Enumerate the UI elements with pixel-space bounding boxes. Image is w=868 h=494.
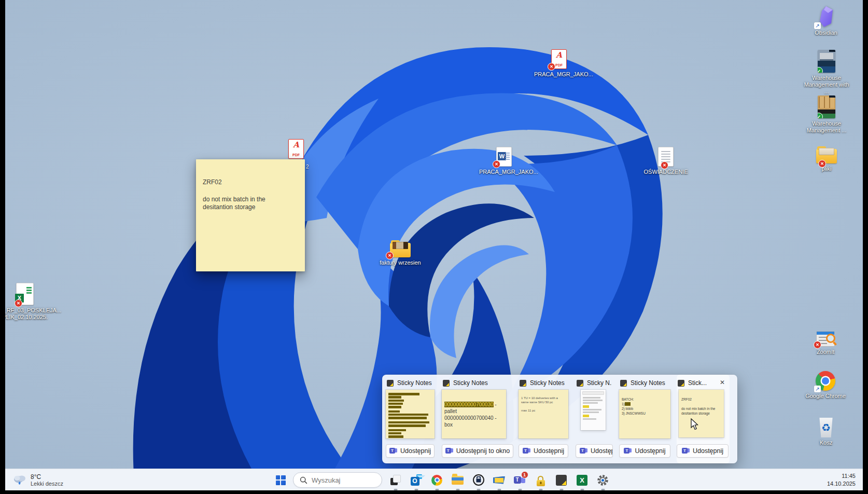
preview-card-4: Sticky N... T Udostępn [576, 375, 613, 463]
icon-label: WarehouseManagement with ... [803, 75, 850, 95]
outlook-icon: O [411, 474, 422, 486]
share-button-4[interactable]: T Udostępn [576, 444, 613, 458]
taskbar-app-keepass[interactable] [534, 474, 547, 487]
desktop-icon-oswiadczenie[interactable]: ✕ OŚWIADCZENIE [642, 146, 689, 175]
clock-time: 11:45 [842, 472, 856, 480]
icon-label: Google Chrome [805, 393, 846, 400]
sync-error-icon: ✕ [493, 160, 500, 168]
windows-logo-icon [276, 475, 286, 485]
window-thumbnail-5[interactable]: BATCH: 1) 2) bbbb 3) JNSCWWSU [619, 390, 670, 438]
window-thumbnail-1[interactable] [386, 390, 435, 438]
desktop-icon-warehouse-2[interactable]: ✓ WarehouseManagement ... [803, 94, 850, 134]
share-button-6[interactable]: T Udostępnij [677, 444, 729, 458]
sticky-notes-icon [577, 380, 583, 387]
rain-cloud-icon [12, 474, 27, 486]
window-thumbnail-4[interactable] [581, 390, 606, 430]
padlock-icon [537, 476, 545, 486]
taskbar-app-wms[interactable] [493, 474, 506, 487]
wms-flag-icon [493, 476, 505, 484]
taskbar-app-excel[interactable]: X [576, 474, 589, 487]
shortcut-arrow-icon: ↗ [814, 22, 821, 29]
preview-card-6: Stick... ✕ ZRF02 do not mix batch in the… [677, 375, 730, 463]
weather-condition: Lekki deszcz [31, 481, 63, 487]
hidden-icon-label-fragment: 2 [306, 164, 309, 170]
desktop-icon-praca-pdf[interactable]: APDF✕ PRACA_MGR_JAKO... [536, 48, 582, 78]
share-button-5[interactable]: T Udostępnij [619, 444, 670, 458]
window-thumbnail-6[interactable]: ZRF02 do not mix batch in the desitantio… [679, 390, 724, 437]
teams-icon: T [389, 447, 397, 455]
mouse-cursor [691, 418, 699, 431]
desktop-icon-faktury[interactable]: ✕ faktury wrzesien [377, 237, 424, 266]
taskbar-app-settings[interactable] [596, 474, 609, 487]
taskbar: 8°C Lekki deszcz O [5, 469, 863, 490]
note-body-text[interactable]: do not mix batch in the desitantion stor… [203, 196, 295, 211]
desktop-icon-pliki[interactable]: ✕ pliki [803, 143, 850, 172]
sync-error-icon: ✕ [548, 63, 555, 71]
search-input[interactable] [312, 476, 369, 484]
desktop-icon-warehouse-1[interactable]: ✓ WarehouseManagement with ... [803, 49, 850, 95]
share-button-1[interactable]: T Udostępnij [386, 444, 435, 458]
taskbar-app-chrome[interactable] [430, 474, 443, 487]
preview-card-5: Sticky Notes BATCH: 1) 2) bbbb 3) JNSCWW… [619, 375, 671, 463]
preview-card-2: Sticky Notes 00000000000700030 - pallet … [442, 375, 513, 463]
sticky-note-window[interactable]: ZRF02 do not mix batch in the desitantio… [196, 159, 305, 271]
weather-temp: 8°C [31, 473, 63, 481]
sync-error-icon: ✕ [15, 299, 22, 307]
sticky-notes-icon [443, 380, 450, 387]
sticky-notes-icon [387, 380, 394, 387]
gear-icon [597, 474, 609, 486]
sticky-notes-icon [678, 380, 684, 387]
clock-widget[interactable]: 11:45 14.10.2025 [824, 469, 859, 490]
sync-error-icon: ✕ [818, 160, 826, 168]
search-icon [300, 476, 307, 484]
search-box[interactable] [293, 472, 382, 488]
icon-label: OŚWIADCZENIE [644, 169, 688, 175]
clock-date: 14.10.2025 [827, 480, 856, 488]
icon-label: PRACA_MGR_JAKO... [534, 71, 584, 78]
teams-icon: T 1 [514, 474, 526, 486]
desktop-icon-zrf-excel[interactable]: X✕ Z_RF_03_POSKLEJA...PLIK_02.10.2025. [5, 282, 48, 321]
desktop-icon-hidden-pdf[interactable]: APDF [288, 139, 304, 159]
desktop-icon-chrome[interactable]: ↗ Google Chrome [802, 370, 849, 400]
icon-label: PRACA_MGR_JAKO... [479, 169, 529, 175]
window-thumbnail-3[interactable]: 1 TU = 10 deliveries with a same same SK… [519, 390, 568, 438]
share-button-3[interactable]: T Udostępnij [519, 444, 568, 458]
note-code-text[interactable]: ZRF02 [203, 179, 222, 186]
desktop-icon-zoomit[interactable]: ✕ ZoomIt [802, 326, 849, 355]
sticky-notes-icon [520, 380, 526, 387]
sync-ok-icon: ✓ [818, 67, 823, 73]
sticky-notes-preview-flyout: Sticky Notes T Udostępnij Sticky Notes 0… [382, 375, 737, 463]
sync-ok-icon: ✓ [818, 113, 823, 118]
teams-icon: T [445, 447, 453, 455]
icon-label: faktury wrzesien [380, 259, 421, 266]
desktop: APDF 2 APDF✕ PRACA_MGR_JAKO... W✕ PRACA_… [5, 0, 863, 490]
taskbar-app-layers[interactable] [389, 474, 402, 487]
desktop-icon-praca-word[interactable]: W✕ PRACA_MGR_JAKO... [481, 146, 527, 175]
share-window-button[interactable]: T Udostępnij to okno [442, 444, 513, 458]
icon-label: Z_RF_03_POSKLEJA...PLIK_02.10.2025. [5, 307, 50, 321]
teams-icon: T [682, 447, 690, 455]
icon-label: WarehouseManagement ... [807, 120, 846, 134]
shortcut-arrow-icon: ↗ [814, 386, 821, 392]
taskbar-app-outlook[interactable]: O [410, 474, 423, 487]
sticky-notes-icon [620, 380, 627, 387]
icon-label: Obsidian [815, 30, 837, 36]
taskbar-app-teams[interactable]: T 1 [513, 474, 526, 487]
desktop-icon-recycle-bin[interactable]: ♻ Kosz [803, 417, 849, 446]
close-icon[interactable]: ✕ [718, 378, 727, 387]
icon-label: ZoomIt [817, 349, 834, 355]
taskbar-app-file-explorer[interactable] [451, 474, 464, 487]
sticky-notes-icon [556, 475, 567, 486]
layers-app-icon [390, 475, 401, 485]
window-thumbnail-2[interactable]: 00000000000700030 - pallet 0000000000070… [442, 390, 506, 438]
chrome-icon [431, 475, 442, 486]
taskbar-app-sticky-notes[interactable] [555, 474, 568, 487]
weather-widget[interactable]: 8°C Lekki deszcz [9, 471, 66, 489]
taskbar-app-privacy-lock[interactable] [472, 474, 485, 487]
notification-badge: 1 [521, 471, 528, 478]
sync-error-icon: ✕ [661, 161, 668, 169]
desktop-icon-obsidian[interactable]: ↗ Obsidian [803, 6, 849, 36]
teams-icon: T [523, 447, 530, 455]
preview-card-3: Sticky Notes 1 TU = 10 deliveries with a… [519, 375, 569, 463]
start-button[interactable] [272, 471, 289, 489]
